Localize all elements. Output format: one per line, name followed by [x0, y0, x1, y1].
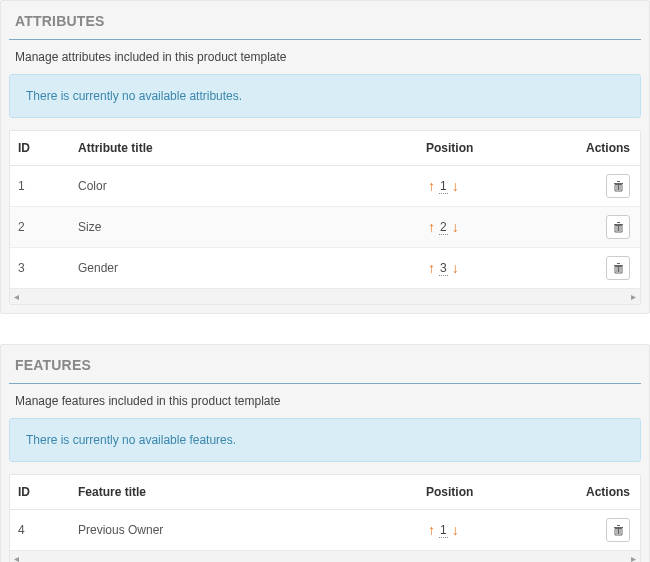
cell-actions [568, 510, 640, 551]
cell-id: 3 [10, 248, 70, 289]
features-table-wrap: ID Feature title Position Actions 4 Prev… [9, 474, 641, 562]
delete-button[interactable] [606, 256, 630, 280]
arrow-down-icon[interactable]: ↓ [450, 220, 461, 234]
trash-icon [613, 180, 624, 192]
attributes-title: ATTRIBUTES [1, 1, 649, 39]
cell-position: ↑1↓ [418, 510, 568, 551]
cell-actions [568, 207, 640, 248]
col-header-position: Position [418, 131, 568, 166]
delete-button[interactable] [606, 174, 630, 198]
table-row: 1 Color ↑1↓ [10, 166, 640, 207]
trash-icon [613, 262, 624, 274]
arrow-down-icon[interactable]: ↓ [450, 261, 461, 275]
col-header-position: Position [418, 475, 568, 510]
table-row: 4 Previous Owner ↑1↓ [10, 510, 640, 551]
scroll-right-icon[interactable]: ▸ [631, 292, 636, 302]
arrow-down-icon[interactable]: ↓ [450, 179, 461, 193]
features-info-alert: There is currently no available features… [9, 418, 641, 462]
features-subtitle: Manage features included in this product… [9, 394, 641, 418]
scroll-left-icon[interactable]: ◂ [14, 292, 19, 302]
arrow-up-icon[interactable]: ↑ [426, 523, 437, 537]
cell-position: ↑3↓ [418, 248, 568, 289]
table-row: 2 Size ↑2↓ [10, 207, 640, 248]
col-header-id: ID [10, 475, 70, 510]
col-header-title: Feature title [70, 475, 418, 510]
trash-icon [613, 221, 624, 233]
scroll-left-icon[interactable]: ◂ [14, 554, 19, 563]
cell-title: Gender [70, 248, 418, 289]
cell-actions [568, 248, 640, 289]
horizontal-scrollbar[interactable]: ◂ ▸ [10, 550, 640, 562]
arrow-down-icon[interactable]: ↓ [450, 523, 461, 537]
cell-actions [568, 166, 640, 207]
cell-position: ↑2↓ [418, 207, 568, 248]
col-header-actions: Actions [568, 475, 640, 510]
delete-button[interactable] [606, 215, 630, 239]
attributes-body: Manage attributes included in this produ… [1, 50, 649, 313]
col-header-title: Attribute title [70, 131, 418, 166]
position-value[interactable]: 1 [439, 179, 448, 194]
horizontal-scrollbar[interactable]: ◂ ▸ [10, 288, 640, 304]
attributes-table-wrap: ID Attribute title Position Actions 1 Co… [9, 130, 641, 305]
divider [9, 383, 641, 384]
features-title: FEATURES [1, 345, 649, 383]
cell-title: Color [70, 166, 418, 207]
trash-icon [613, 524, 624, 536]
scroll-right-icon[interactable]: ▸ [631, 554, 636, 563]
features-table: ID Feature title Position Actions 4 Prev… [10, 475, 640, 550]
arrow-up-icon[interactable]: ↑ [426, 261, 437, 275]
arrow-up-icon[interactable]: ↑ [426, 220, 437, 234]
cell-position: ↑1↓ [418, 166, 568, 207]
cell-title: Previous Owner [70, 510, 418, 551]
features-panel: FEATURES Manage features included in thi… [0, 344, 650, 562]
table-row: 3 Gender ↑3↓ [10, 248, 640, 289]
position-value[interactable]: 3 [439, 261, 448, 276]
position-value[interactable]: 1 [439, 523, 448, 538]
position-value[interactable]: 2 [439, 220, 448, 235]
attributes-table: ID Attribute title Position Actions 1 Co… [10, 131, 640, 288]
divider [9, 39, 641, 40]
col-header-actions: Actions [568, 131, 640, 166]
attributes-panel: ATTRIBUTES Manage attributes included in… [0, 0, 650, 314]
cell-title: Size [70, 207, 418, 248]
cell-id: 4 [10, 510, 70, 551]
cell-id: 1 [10, 166, 70, 207]
features-body: Manage features included in this product… [1, 394, 649, 562]
arrow-up-icon[interactable]: ↑ [426, 179, 437, 193]
attributes-info-alert: There is currently no available attribut… [9, 74, 641, 118]
attributes-subtitle: Manage attributes included in this produ… [9, 50, 641, 74]
col-header-id: ID [10, 131, 70, 166]
delete-button[interactable] [606, 518, 630, 542]
cell-id: 2 [10, 207, 70, 248]
